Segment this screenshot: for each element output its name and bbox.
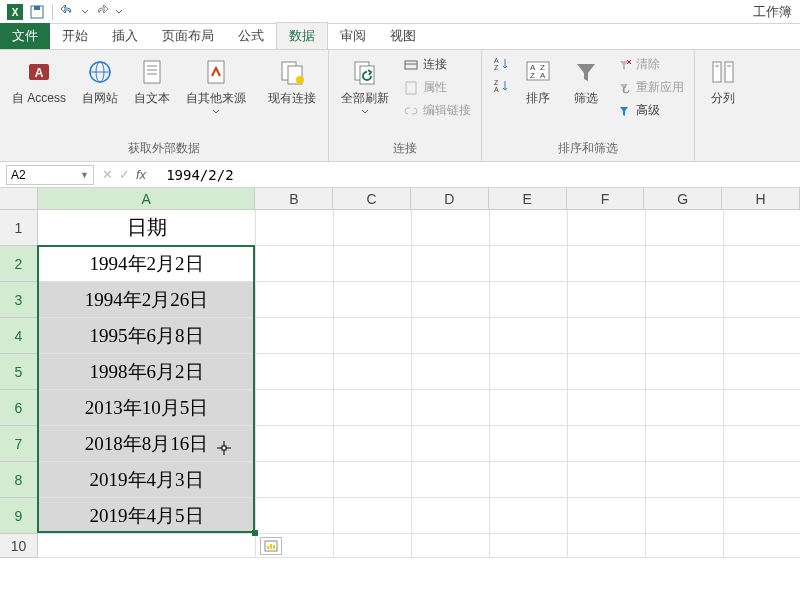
cell-E4[interactable] (490, 318, 568, 354)
cell-C8[interactable] (334, 462, 412, 498)
cell-G5[interactable] (646, 354, 724, 390)
cell-E1[interactable] (490, 210, 568, 246)
row-header-2[interactable]: 2 (0, 246, 38, 282)
cell-D6[interactable] (412, 390, 490, 426)
cell-F8[interactable] (568, 462, 646, 498)
clear-button[interactable]: 清除 (612, 54, 688, 75)
tab-file[interactable]: 文件 (0, 23, 50, 49)
cell-C5[interactable] (334, 354, 412, 390)
tab-formulas[interactable]: 公式 (226, 23, 276, 49)
cell-H1[interactable] (724, 210, 800, 246)
tab-review[interactable]: 审阅 (328, 23, 378, 49)
cell-A3[interactable]: 1994年2月26日 (38, 282, 256, 318)
qat-customize-icon[interactable] (115, 3, 123, 21)
cell-B8[interactable] (256, 462, 334, 498)
formula-input[interactable] (162, 165, 800, 185)
cell-F9[interactable] (568, 498, 646, 534)
cell-F7[interactable] (568, 426, 646, 462)
text-to-columns-button[interactable]: 分列 (701, 52, 745, 111)
advanced-button[interactable]: 高级 (612, 100, 688, 121)
fx-icon[interactable]: fx (136, 167, 146, 182)
name-box[interactable]: A2 ▼ (6, 165, 94, 185)
from-other-button[interactable]: 自其他来源 (180, 52, 252, 119)
row-header-10[interactable]: 10 (0, 534, 38, 558)
from-text-button[interactable]: 自文本 (128, 52, 176, 111)
properties-button[interactable]: 属性 (399, 77, 475, 98)
column-header-C[interactable]: C (333, 188, 411, 210)
cell-E7[interactable] (490, 426, 568, 462)
cell-B4[interactable] (256, 318, 334, 354)
undo-icon[interactable] (59, 3, 77, 21)
select-all-corner[interactable] (0, 188, 38, 210)
cell-B3[interactable] (256, 282, 334, 318)
tab-insert[interactable]: 插入 (100, 23, 150, 49)
column-header-A[interactable]: A (38, 188, 255, 210)
cell-E9[interactable] (490, 498, 568, 534)
cell-B2[interactable] (256, 246, 334, 282)
cell-A2[interactable]: 1994年2月2日 (38, 246, 256, 282)
refresh-all-button[interactable]: 全部刷新 (335, 52, 395, 119)
filter-button[interactable]: 筛选 (564, 52, 608, 111)
cell-C4[interactable] (334, 318, 412, 354)
column-header-D[interactable]: D (411, 188, 489, 210)
cell-G3[interactable] (646, 282, 724, 318)
cell-D9[interactable] (412, 498, 490, 534)
cell-E3[interactable] (490, 282, 568, 318)
column-header-H[interactable]: H (722, 188, 800, 210)
column-header-G[interactable]: G (644, 188, 722, 210)
cell-D5[interactable] (412, 354, 490, 390)
cell-F1[interactable] (568, 210, 646, 246)
fill-handle[interactable] (252, 530, 258, 536)
row-header-9[interactable]: 9 (0, 498, 38, 534)
undo-dropdown-icon[interactable] (81, 3, 89, 21)
row-header-8[interactable]: 8 (0, 462, 38, 498)
sort-asc-button[interactable]: AZ (488, 54, 512, 74)
cell-D8[interactable] (412, 462, 490, 498)
cell-H3[interactable] (724, 282, 800, 318)
cell-F4[interactable] (568, 318, 646, 354)
cell-C10[interactable] (334, 534, 412, 558)
row-header-3[interactable]: 3 (0, 282, 38, 318)
cell-H10[interactable] (724, 534, 800, 558)
cell-A8[interactable]: 2019年4月3日 (38, 462, 256, 498)
cell-H9[interactable] (724, 498, 800, 534)
tab-view[interactable]: 视图 (378, 23, 428, 49)
reapply-button[interactable]: 重新应用 (612, 77, 688, 98)
tab-data[interactable]: 数据 (276, 22, 328, 49)
quick-analysis-button[interactable] (260, 537, 282, 555)
row-header-7[interactable]: 7 (0, 426, 38, 462)
cell-A9[interactable]: 2019年4月5日 (38, 498, 256, 534)
save-icon[interactable] (28, 3, 46, 21)
sort-button[interactable]: AZZA 排序 (516, 52, 560, 111)
column-header-B[interactable]: B (255, 188, 333, 210)
cell-D2[interactable] (412, 246, 490, 282)
cell-C3[interactable] (334, 282, 412, 318)
cell-C1[interactable] (334, 210, 412, 246)
cell-F5[interactable] (568, 354, 646, 390)
cell-G6[interactable] (646, 390, 724, 426)
cell-G9[interactable] (646, 498, 724, 534)
row-header-4[interactable]: 4 (0, 318, 38, 354)
cell-D7[interactable] (412, 426, 490, 462)
cell-H4[interactable] (724, 318, 800, 354)
sort-desc-button[interactable]: ZA (488, 76, 512, 96)
existing-connections-button[interactable]: 现有连接 (262, 52, 322, 111)
cell-C2[interactable] (334, 246, 412, 282)
cell-A10[interactable] (38, 534, 256, 558)
accept-formula-icon[interactable]: ✓ (119, 167, 130, 182)
cell-H7[interactable] (724, 426, 800, 462)
cell-D1[interactable] (412, 210, 490, 246)
cell-G2[interactable] (646, 246, 724, 282)
row-header-5[interactable]: 5 (0, 354, 38, 390)
cell-B7[interactable] (256, 426, 334, 462)
cell-A5[interactable]: 1998年6月2日 (38, 354, 256, 390)
name-box-dropdown-icon[interactable]: ▼ (80, 170, 89, 180)
cell-E6[interactable] (490, 390, 568, 426)
redo-icon[interactable] (93, 3, 111, 21)
cell-B5[interactable] (256, 354, 334, 390)
cell-B1[interactable] (256, 210, 334, 246)
cell-C7[interactable] (334, 426, 412, 462)
cell-G8[interactable] (646, 462, 724, 498)
cell-G7[interactable] (646, 426, 724, 462)
cell-A4[interactable]: 1995年6月8日 (38, 318, 256, 354)
